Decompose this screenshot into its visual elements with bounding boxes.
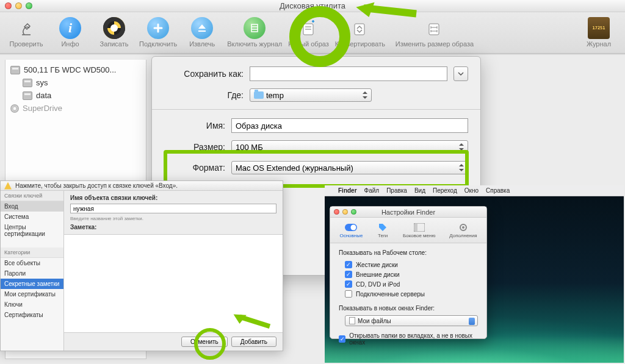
zoom-icon[interactable] — [351, 209, 356, 215]
chk-srv[interactable]: Подключенные серверы — [339, 289, 478, 299]
new-window-select[interactable]: Мои файлы — [345, 315, 478, 326]
chk-ext[interactable]: Внешние диски — [339, 269, 478, 279]
fp-tabs: Основные Теги Боковое меню Дополнения — [330, 218, 486, 243]
tab-advanced[interactable]: Дополнения — [449, 223, 477, 238]
name-label: Имя: — [164, 121, 225, 130]
close-icon[interactable] — [5, 2, 12, 9]
tag-icon — [377, 223, 389, 232]
tb-mount[interactable]: Подключить — [137, 15, 179, 48]
tb-verify[interactable]: Проверить — [5, 15, 48, 48]
menu-help[interactable]: Справка — [486, 187, 510, 194]
file-icon — [349, 317, 355, 324]
checkbox-icon — [345, 261, 352, 268]
toolbar: Проверить i Инфо Записать Подключить Изв… — [0, 12, 625, 54]
burn-icon — [103, 17, 125, 39]
tb-new-image[interactable]: Новый образ — [286, 15, 331, 48]
zoom-icon[interactable] — [26, 2, 32, 9]
menu-window[interactable]: Окно — [464, 187, 479, 194]
kc-sidebar: Связки ключей Вход Система Центры сертиф… — [1, 191, 64, 351]
tb-burn[interactable]: Записать — [93, 15, 135, 48]
menu-view[interactable]: Вид — [414, 187, 425, 194]
svg-rect-3 — [355, 24, 364, 35]
fp-title: Настройки Finder — [330, 207, 486, 218]
kc-header: Нажмите, чтобы закрыть доступ к связке к… — [1, 181, 283, 191]
new-image-icon — [298, 17, 320, 39]
switch-icon — [345, 223, 357, 232]
lock-icon[interactable] — [4, 182, 12, 190]
tb-journal[interactable]: Включить журнал — [225, 15, 284, 48]
checkbox-icon — [345, 280, 352, 288]
expand-button[interactable] — [453, 66, 468, 81]
cat-passwords[interactable]: Пароли — [1, 268, 63, 279]
cat-keys[interactable]: Ключи — [1, 299, 63, 310]
where-select[interactable]: temp — [250, 88, 372, 102]
sidebar-icon — [413, 223, 425, 232]
journal-icon — [244, 17, 266, 39]
minimize-icon[interactable] — [15, 2, 22, 9]
info-icon: i — [59, 17, 81, 39]
chain-login[interactable]: Вход — [1, 201, 63, 212]
checkbox-icon — [345, 290, 352, 298]
desktop: Finder Файл Правка Вид Переход Окно Спра… — [325, 185, 624, 363]
format-select[interactable]: Mac OS Extended (журнальный) — [231, 161, 468, 174]
convert-icon — [349, 17, 371, 39]
chain-roots[interactable]: Центры сертификации — [1, 222, 63, 239]
save-as-input[interactable] — [250, 66, 447, 81]
svg-rect-2 — [305, 29, 311, 30]
window-title: Дисковая утилита — [0, 0, 625, 12]
tb-info[interactable]: i Инфо — [49, 15, 92, 48]
where-label: Где: — [164, 90, 244, 100]
microscope-icon — [15, 17, 37, 39]
sidebar-disk[interactable]: 500,11 ГБ WDC WD500... — [5, 63, 146, 76]
menu-go[interactable]: Переход — [433, 187, 457, 194]
cat-certs[interactable]: Сертификаты — [1, 310, 63, 320]
size-select[interactable]: 100 МБ — [231, 140, 468, 154]
menu-edit[interactable]: Правка — [386, 187, 407, 194]
tab-tags[interactable]: Теги — [377, 223, 389, 238]
menu-file[interactable]: Файл — [364, 187, 380, 194]
menu-finder[interactable]: Finder — [338, 187, 357, 194]
checkbox-icon — [339, 335, 345, 343]
log-icon: 17251 — [588, 17, 610, 39]
hdd-icon — [23, 79, 32, 87]
chk-tabs[interactable]: Открывать папки во вкладках, а не в новы… — [339, 331, 478, 347]
save-as-label: Сохранить как: — [164, 69, 244, 79]
divider — [152, 109, 480, 110]
checkbox-icon — [345, 271, 352, 278]
cd-icon — [10, 104, 19, 113]
kc-form: Имя объекта связки ключей: Введите назва… — [64, 191, 283, 235]
menubar: Finder Файл Правка Вид Переход Окно Спра… — [325, 185, 624, 196]
titlebar: Дисковая утилита — [0, 0, 625, 12]
kc-hint: Нажмите, чтобы закрыть доступ к связке к… — [15, 182, 178, 189]
gear-icon — [457, 223, 469, 232]
hdd-icon — [23, 91, 32, 100]
tab-general[interactable]: Основные — [339, 223, 363, 238]
close-icon[interactable] — [334, 209, 339, 215]
resize-icon — [424, 17, 446, 39]
sidebar-vol-sys[interactable]: sys — [5, 76, 146, 89]
tb-log[interactable]: 17251 Журнал — [577, 15, 620, 48]
sidebar-optical[interactable]: SuperDrive — [5, 102, 146, 115]
tab-sidebar[interactable]: Боковое меню — [403, 223, 435, 238]
cancel-button[interactable]: Отменить — [181, 337, 228, 347]
cat-all[interactable]: Все объекты — [1, 258, 63, 268]
eject-icon — [191, 17, 213, 39]
cat-notes[interactable]: Секретные заметки — [1, 279, 63, 289]
svg-point-6 — [351, 224, 356, 230]
chain-system[interactable]: Система — [1, 212, 63, 222]
cat-mycerts[interactable]: Мои сертификаты — [1, 289, 63, 299]
chk-cd[interactable]: CD, DVD и iPod — [339, 279, 478, 289]
svg-rect-8 — [414, 224, 417, 231]
sidebar-vol-data[interactable]: data — [5, 89, 146, 102]
svg-rect-1 — [305, 26, 311, 27]
note-name-input[interactable] — [70, 204, 276, 213]
mount-icon — [147, 17, 169, 39]
name-input[interactable] — [231, 118, 468, 133]
tb-eject[interactable]: Извлечь — [181, 15, 223, 48]
minimize-icon[interactable] — [342, 209, 348, 215]
svg-point-10 — [462, 226, 464, 229]
folder-icon — [254, 91, 264, 99]
finder-prefs-window: Настройки Finder Основные Теги Боковое м… — [330, 206, 487, 339]
chk-hdd[interactable]: Жесткие диски — [339, 260, 478, 269]
size-label: Размер: — [164, 142, 225, 152]
